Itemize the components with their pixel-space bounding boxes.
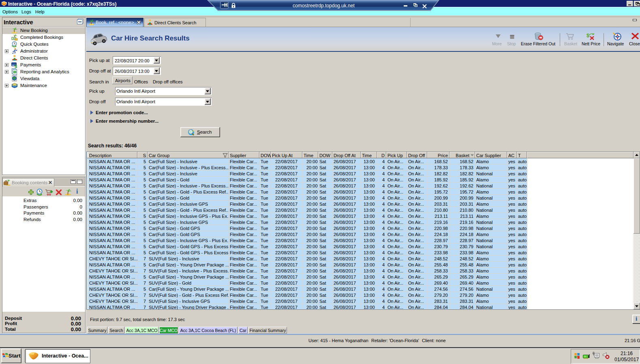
svg-text:$: $: [15, 64, 17, 68]
svg-text:$: $: [586, 32, 590, 38]
